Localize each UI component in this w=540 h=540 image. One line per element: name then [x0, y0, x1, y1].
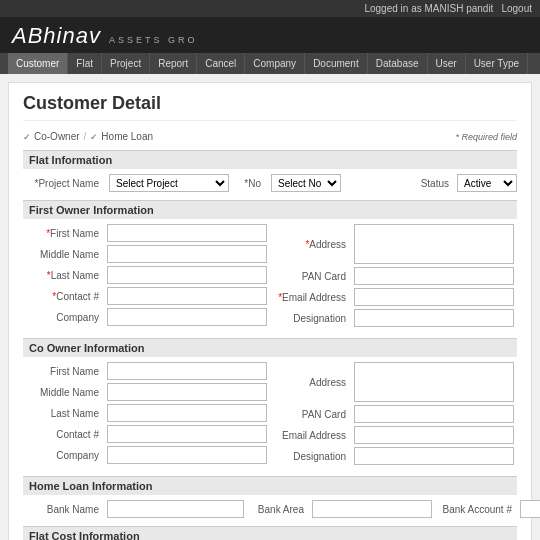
co-company-row: Company [23, 446, 270, 464]
address-textarea[interactable] [354, 224, 514, 264]
first-owner-left: First Name Middle Name Last Name Contact… [23, 224, 270, 330]
project-name-select[interactable]: Select Project [109, 174, 229, 192]
co-middle-name-label: Middle Name [23, 387, 103, 398]
designation-input[interactable] [354, 309, 514, 327]
breadcrumb-separator: / [84, 131, 87, 142]
bank-account-input[interactable] [520, 500, 540, 518]
co-owner-header: Co Owner Information [23, 338, 517, 357]
co-middle-name-input[interactable] [107, 383, 267, 401]
bank-name-label: Bank Name [23, 504, 103, 515]
middle-name-label: Middle Name [23, 249, 103, 260]
co-designation-input[interactable] [354, 447, 514, 465]
co-contact-label: Contact # [23, 429, 103, 440]
co-address-row: Address [270, 362, 517, 402]
pan-input[interactable] [354, 267, 514, 285]
nav-database[interactable]: Database [368, 53, 428, 74]
co-company-input[interactable] [107, 446, 267, 464]
bank-name-input[interactable] [107, 500, 244, 518]
nav-project[interactable]: Project [102, 53, 150, 74]
address-label: Address [270, 239, 350, 250]
contact-row: Contact # [23, 287, 270, 305]
co-designation-row: Designation [270, 447, 517, 465]
logged-in-text: Logged in as MANISH pandit [364, 3, 493, 14]
co-designation-label: Designation [270, 451, 350, 462]
home-loan-check-icon: ✓ [90, 132, 98, 142]
company-row: Company [23, 308, 270, 326]
pan-label: PAN Card [270, 271, 350, 282]
flat-info-row: *Project Name Select Project *No Select … [23, 174, 517, 192]
home-loan-row: Bank Name Bank Area Bank Account # [23, 500, 517, 518]
nav-usertype[interactable]: User Type [466, 53, 528, 74]
last-name-row: Last Name [23, 266, 270, 284]
co-pan-label: PAN Card [270, 409, 350, 420]
co-last-name-label: Last Name [23, 408, 103, 419]
status-select[interactable]: Active [457, 174, 517, 192]
home-loan-header: Home Loan Information [23, 476, 517, 495]
company-input[interactable] [107, 308, 267, 326]
co-address-textarea[interactable] [354, 362, 514, 402]
project-name-label: *Project Name [23, 178, 103, 189]
status-group: Status Active [413, 174, 517, 192]
designation-row: Designation [270, 309, 517, 327]
company-label: Company [23, 312, 103, 323]
co-address-label: Address [270, 377, 350, 388]
first-owner-section: First Name Middle Name Last Name Contact… [23, 224, 517, 330]
bank-area-input[interactable] [312, 500, 432, 518]
email-label: Email Address [270, 292, 350, 303]
logo-name: ABhinav [12, 23, 101, 49]
status-label: Status [413, 178, 453, 189]
bank-account-label: Bank Account # [436, 504, 516, 515]
logout-link[interactable]: Logout [501, 3, 532, 14]
co-pan-input[interactable] [354, 405, 514, 423]
co-email-label: Email Address [270, 430, 350, 441]
page-title: Customer Detail [23, 93, 517, 121]
co-middle-name-row: Middle Name [23, 383, 270, 401]
middle-name-input[interactable] [107, 245, 267, 263]
co-contact-input[interactable] [107, 425, 267, 443]
breadcrumb-co-owner[interactable]: ✓ Co-Owner [23, 131, 80, 142]
middle-name-row: Middle Name [23, 245, 270, 263]
no-select[interactable]: Select No [271, 174, 341, 192]
nav-company[interactable]: Company [245, 53, 305, 74]
breadcrumb-home-loan[interactable]: ✓ Home Loan [90, 131, 153, 142]
nav-user[interactable]: User [428, 53, 466, 74]
page-content: Customer Detail ✓ Co-Owner / ✓ Home Loan… [8, 82, 532, 540]
first-owner-right: Address PAN Card Email Address Designati… [270, 224, 517, 330]
last-name-input[interactable] [107, 266, 267, 284]
flat-info-header: Flat Information [23, 150, 517, 169]
breadcrumb-tabs: ✓ Co-Owner / ✓ Home Loan * Required fiel… [23, 131, 517, 142]
nav-flat[interactable]: Flat [68, 53, 102, 74]
bank-area-label: Bank Area [248, 504, 308, 515]
no-label: *No [235, 178, 265, 189]
first-name-label: First Name [23, 228, 103, 239]
co-email-input[interactable] [354, 426, 514, 444]
co-pan-row: PAN Card [270, 405, 517, 423]
co-contact-row: Contact # [23, 425, 270, 443]
first-name-input[interactable] [107, 224, 267, 242]
nav-customer[interactable]: Customer [8, 53, 68, 74]
top-bar: Logged in as MANISH pandit Logout [0, 0, 540, 17]
co-owner-left: First Name Middle Name Last Name Contact… [23, 362, 270, 468]
co-company-label: Company [23, 450, 103, 461]
logo-bar: ABhinav ASSETS GRO [0, 17, 540, 53]
co-owner-check-icon: ✓ [23, 132, 31, 142]
co-owner-section: First Name Middle Name Last Name Contact… [23, 362, 517, 468]
first-name-row: First Name [23, 224, 270, 242]
co-owner-right: Address PAN Card Email Address Designati… [270, 362, 517, 468]
nav-report[interactable]: Report [150, 53, 197, 74]
breadcrumb-co-owner-label: Co-Owner [34, 131, 80, 142]
email-input[interactable] [354, 288, 514, 306]
co-first-name-row: First Name [23, 362, 270, 380]
co-last-name-input[interactable] [107, 404, 267, 422]
address-row: Address [270, 224, 517, 264]
co-email-row: Email Address [270, 426, 517, 444]
contact-input[interactable] [107, 287, 267, 305]
breadcrumb-home-loan-label: Home Loan [101, 131, 153, 142]
logo-sub: ASSETS GRO [109, 35, 198, 49]
nav-cancel[interactable]: Cancel [197, 53, 245, 74]
co-last-name-row: Last Name [23, 404, 270, 422]
nav-document[interactable]: Document [305, 53, 368, 74]
email-row: Email Address [270, 288, 517, 306]
co-first-name-input[interactable] [107, 362, 267, 380]
co-first-name-label: First Name [23, 366, 103, 377]
